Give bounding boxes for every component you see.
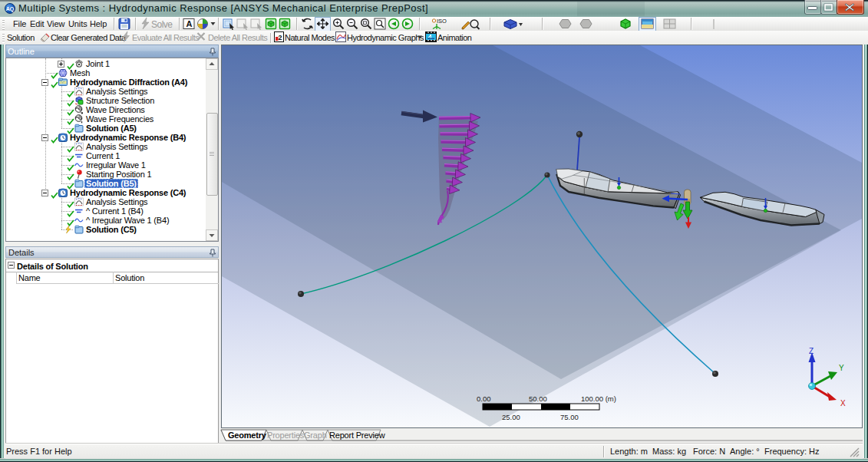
- svg-text:A: A: [186, 19, 193, 28]
- svg-text:100.00 (m): 100.00 (m): [581, 394, 616, 403]
- svg-text:Graph: Graph: [304, 431, 327, 440]
- svg-text:Z: Z: [809, 347, 814, 355]
- svg-text:Report Preview: Report Preview: [329, 431, 385, 440]
- svg-text:25.00: 25.00: [502, 413, 520, 421]
- svg-text:75.00: 75.00: [560, 413, 579, 421]
- svg-text:ISO: ISO: [437, 18, 447, 25]
- svg-text:50.00: 50.00: [529, 394, 547, 403]
- svg-text:X: X: [840, 399, 846, 408]
- svg-text:Geometry: Geometry: [228, 431, 267, 440]
- svg-text:Y: Y: [839, 364, 844, 372]
- svg-text:0.00: 0.00: [477, 394, 491, 403]
- svg-text:2: 2: [279, 34, 282, 41]
- svg-text:Properties: Properties: [267, 431, 305, 440]
